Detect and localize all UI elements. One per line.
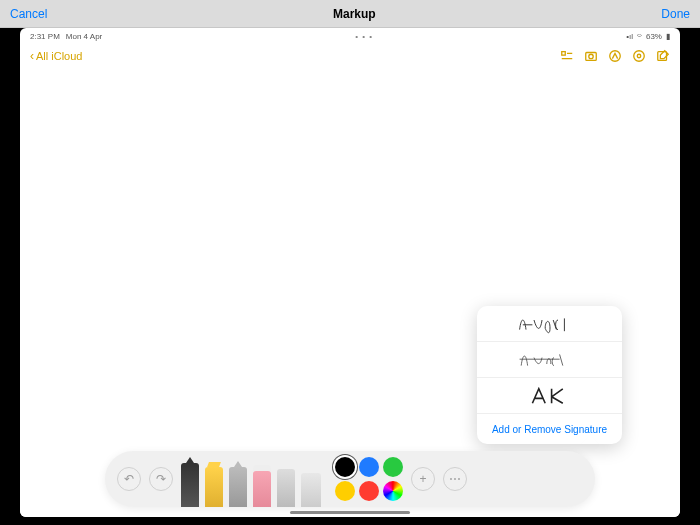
- done-button[interactable]: Done: [661, 7, 690, 21]
- chevron-left-icon: ‹: [30, 49, 34, 63]
- highlighter-tool[interactable]: [205, 467, 223, 507]
- undo-button[interactable]: ↶: [117, 467, 141, 491]
- tool-group: [181, 451, 321, 507]
- color-red[interactable]: [359, 481, 379, 501]
- svg-point-5: [637, 54, 641, 58]
- signature-option-1[interactable]: [477, 306, 622, 342]
- device-frame: 2:31 PM Mon 4 Apr • • • •ıl ⌔ 63% ▮ ‹ Al…: [0, 28, 700, 525]
- svg-point-2: [589, 54, 593, 58]
- pencil-tool[interactable]: [229, 467, 247, 507]
- signature-option-3[interactable]: [477, 378, 622, 414]
- color-picker-wheel[interactable]: [383, 481, 403, 501]
- back-label: All iCloud: [36, 50, 82, 62]
- signal-icon: •ıl: [626, 32, 633, 41]
- back-button[interactable]: ‹ All iCloud: [30, 49, 82, 63]
- ipad-screen: 2:31 PM Mon 4 Apr • • • •ıl ⌔ 63% ▮ ‹ Al…: [20, 28, 680, 517]
- home-indicator[interactable]: [290, 511, 410, 514]
- camera-icon[interactable]: [584, 49, 598, 63]
- signature-popover: Add or Remove Signature: [477, 306, 622, 444]
- status-time: 2:31 PM: [30, 32, 60, 41]
- redo-button[interactable]: ↷: [149, 467, 173, 491]
- color-yellow[interactable]: [335, 481, 355, 501]
- add-shape-button[interactable]: +: [411, 467, 435, 491]
- cancel-button[interactable]: Cancel: [10, 7, 47, 21]
- multitask-dots-icon: • • •: [355, 32, 373, 41]
- color-blue[interactable]: [359, 457, 379, 477]
- status-date: Mon 4 Apr: [66, 32, 102, 41]
- eraser-tool[interactable]: [253, 471, 271, 507]
- svg-rect-0: [562, 52, 566, 56]
- battery-label: 63%: [646, 32, 662, 41]
- share-icon[interactable]: [632, 49, 646, 63]
- signature-option-2[interactable]: [477, 342, 622, 378]
- more-button[interactable]: ⋯: [443, 467, 467, 491]
- add-remove-signature-button[interactable]: Add or Remove Signature: [477, 414, 622, 444]
- markup-icon[interactable]: [608, 49, 622, 63]
- markup-topbar: Cancel Markup Done: [0, 0, 700, 28]
- wifi-icon: ⌔: [637, 32, 642, 41]
- drawing-canvas[interactable]: [20, 68, 680, 517]
- markup-title: Markup: [333, 7, 376, 21]
- notes-toolbar: ‹ All iCloud: [20, 44, 680, 68]
- svg-point-4: [634, 51, 645, 62]
- compose-icon[interactable]: [656, 49, 670, 63]
- color-black[interactable]: [335, 457, 355, 477]
- lasso-tool[interactable]: [277, 469, 295, 507]
- checklist-icon[interactable]: [560, 49, 574, 63]
- status-bar: 2:31 PM Mon 4 Apr • • • •ıl ⌔ 63% ▮: [20, 28, 680, 44]
- pen-tool[interactable]: [181, 463, 199, 507]
- ruler-tool[interactable]: [301, 473, 321, 507]
- markup-tool-dock: ↶ ↷: [105, 451, 595, 507]
- color-green[interactable]: [383, 457, 403, 477]
- battery-icon: ▮: [666, 32, 670, 41]
- color-palette: [335, 457, 403, 501]
